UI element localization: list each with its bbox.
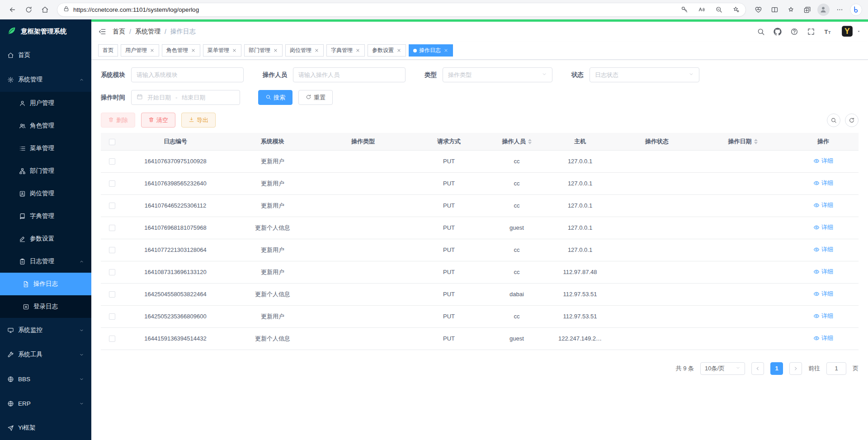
browser-menu-button[interactable] xyxy=(832,2,847,17)
sidebar-collapse-button[interactable] xyxy=(98,28,106,36)
type-select[interactable]: 操作类型 xyxy=(443,67,552,82)
search-button[interactable]: 搜索 xyxy=(258,90,292,105)
clear-button-label: 清空 xyxy=(156,116,168,124)
sidebar-item-post-mgmt[interactable]: 岗位管理 xyxy=(0,182,91,205)
font-size-button[interactable]: TT xyxy=(824,28,832,36)
sidebar-item-dept-mgmt[interactable]: 部门管理 xyxy=(0,160,91,182)
reset-button[interactable]: 重置 xyxy=(298,90,333,105)
tab-oper-log[interactable]: 操作日志 xyxy=(409,44,453,57)
row-checkbox[interactable] xyxy=(109,269,115,275)
row-checkbox[interactable] xyxy=(109,291,115,298)
split-screen-button[interactable] xyxy=(767,2,782,17)
sidebar-item-system-tools[interactable]: 系统工具 xyxy=(0,342,91,367)
close-icon[interactable] xyxy=(396,48,401,53)
cell-type xyxy=(318,194,408,217)
sidebar-item-erp[interactable]: ERP xyxy=(0,391,91,416)
row-checkbox[interactable] xyxy=(109,158,115,165)
sidebar-item-role-mgmt[interactable]: 角色管理 xyxy=(0,114,91,137)
module-input[interactable] xyxy=(131,67,244,82)
page-number-1[interactable]: 1 xyxy=(770,362,783,375)
row-checkbox[interactable] xyxy=(109,336,115,342)
sidebar-item-home[interactable]: 首页 xyxy=(0,43,91,67)
next-page-button[interactable] xyxy=(789,362,802,375)
breadcrumb-item[interactable]: 系统管理 xyxy=(135,28,160,36)
add-favorite-button[interactable] xyxy=(729,4,743,15)
detail-link[interactable]: 详细 xyxy=(813,290,833,298)
site-info-button[interactable] xyxy=(63,5,70,14)
sidebar-item-system-monitor[interactable]: 系统监控 xyxy=(0,318,91,342)
reload-button[interactable] xyxy=(21,2,36,17)
collections-button[interactable] xyxy=(799,2,815,17)
header-search-button[interactable] xyxy=(757,28,765,36)
close-icon[interactable] xyxy=(443,48,448,53)
sidebar-item-param-settings[interactable]: 参数设置 xyxy=(0,227,91,250)
sort-caret[interactable] xyxy=(528,139,532,144)
sidebar-item-user-mgmt[interactable]: 用户管理 xyxy=(0,92,91,114)
select-all-checkbox[interactable] xyxy=(109,139,115,145)
fullscreen-button[interactable] xyxy=(807,28,815,36)
row-checkbox[interactable] xyxy=(109,180,115,187)
close-icon[interactable] xyxy=(355,48,360,53)
tab-home[interactable]: 首页 xyxy=(98,44,118,57)
sidebar-item-login-log[interactable]: 登录日志 xyxy=(0,295,91,318)
github-button[interactable] xyxy=(774,28,782,36)
detail-link[interactable]: 详细 xyxy=(813,312,833,320)
goto-page-input[interactable] xyxy=(826,362,846,375)
sidebar-item-menu-mgmt[interactable]: 菜单管理 xyxy=(0,137,91,160)
detail-link[interactable]: 详细 xyxy=(813,157,833,165)
row-checkbox[interactable] xyxy=(109,313,115,320)
browser-home-button[interactable] xyxy=(37,2,52,17)
tab-dept-mgmt[interactable]: 部门管理 xyxy=(244,44,283,57)
user-avatar[interactable]: Y xyxy=(840,24,861,39)
sidebar-item-oper-log[interactable]: 操作日志 xyxy=(0,273,91,295)
back-button[interactable] xyxy=(5,2,20,17)
sidebar-item-dict-mgmt[interactable]: 字典管理 xyxy=(0,205,91,227)
detail-link[interactable]: 详细 xyxy=(813,268,833,276)
page-size-select[interactable]: 10条/页 xyxy=(700,362,745,375)
sidebar-item-yi-framework[interactable]: Yi框架 xyxy=(0,416,91,440)
tab-role-mgmt[interactable]: 角色管理 xyxy=(162,44,200,57)
status-select[interactable]: 日志状态 xyxy=(590,67,699,82)
browser-essentials-button[interactable] xyxy=(750,2,766,17)
date-range-picker[interactable]: 开始日期 - 结束日期 xyxy=(131,90,240,105)
table-body: 1641076370975100928更新用户PUTcc127.0.0.1详细1… xyxy=(101,150,859,350)
detail-link[interactable]: 详细 xyxy=(813,179,833,187)
sidebar-item-system-mgmt[interactable]: 系统管理 xyxy=(0,67,91,92)
tab-user-mgmt[interactable]: 用户管理 xyxy=(121,44,159,57)
delete-button[interactable]: 删除 xyxy=(101,113,135,128)
help-button[interactable] xyxy=(790,28,798,36)
detail-link[interactable]: 详细 xyxy=(813,223,833,232)
sidebar-item-bbs[interactable]: BBS xyxy=(0,367,91,391)
close-icon[interactable] xyxy=(191,48,196,53)
tab-dict-mgmt[interactable]: 字典管理 xyxy=(326,44,365,57)
close-icon[interactable] xyxy=(314,48,319,53)
row-checkbox[interactable] xyxy=(109,225,115,231)
read-aloud-button[interactable] xyxy=(695,4,708,15)
detail-link[interactable]: 详细 xyxy=(813,246,833,254)
export-button[interactable]: 导出 xyxy=(181,113,216,128)
tab-menu-mgmt[interactable]: 菜单管理 xyxy=(203,44,241,57)
tab-param-settings[interactable]: 参数设置 xyxy=(368,44,406,57)
row-checkbox[interactable] xyxy=(109,247,115,253)
favorites-button[interactable] xyxy=(783,2,798,17)
tab-post-mgmt[interactable]: 岗位管理 xyxy=(285,44,324,57)
clear-button[interactable]: 清空 xyxy=(141,113,175,128)
zoom-out-button[interactable] xyxy=(712,4,726,15)
row-checkbox[interactable] xyxy=(109,203,115,209)
close-icon[interactable] xyxy=(150,48,155,53)
copilot-button[interactable] xyxy=(848,2,863,17)
detail-link[interactable]: 详细 xyxy=(813,334,833,342)
address-bar[interactable]: https://ccnetcore.com:1101/system/log/op… xyxy=(57,3,746,17)
toggle-search-button[interactable] xyxy=(827,114,840,127)
prev-page-button[interactable] xyxy=(751,362,764,375)
sort-caret[interactable] xyxy=(754,139,758,144)
close-icon[interactable] xyxy=(273,48,278,53)
breadcrumb-item[interactable]: 首页 xyxy=(113,28,125,36)
profile-button[interactable] xyxy=(816,2,831,17)
sidebar-item-log-mgmt[interactable]: 日志管理 xyxy=(0,250,91,273)
password-manager-button[interactable] xyxy=(678,4,691,15)
operator-input[interactable] xyxy=(293,67,406,82)
refresh-table-button[interactable] xyxy=(845,114,859,127)
detail-link[interactable]: 详细 xyxy=(813,201,833,209)
close-icon[interactable] xyxy=(232,48,237,53)
